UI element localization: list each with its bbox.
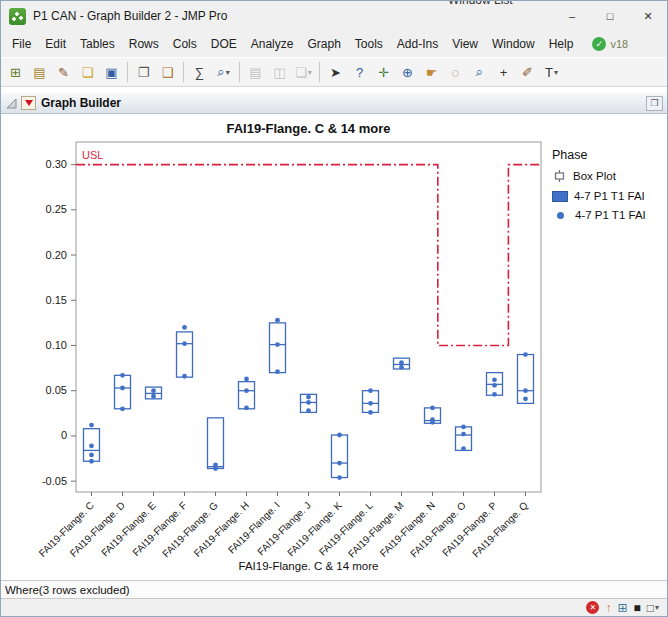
layout-button[interactable]: ◫	[268, 60, 291, 84]
arrow-tool-button[interactable]: ➤	[324, 60, 347, 84]
new-data-table-button[interactable]: ⊞	[4, 60, 27, 84]
menu-item-edit[interactable]: Edit	[38, 34, 73, 54]
menu-item-tools[interactable]: Tools	[348, 34, 390, 54]
dropdown-square-icon[interactable]: □▾	[647, 601, 659, 615]
summary-button[interactable]: ∑	[188, 60, 211, 84]
menu-item-cols[interactable]: Cols	[166, 34, 204, 54]
y-tick-label: 0.15	[46, 294, 67, 306]
y-tick-label: 0.20	[46, 249, 67, 261]
grid-view-icon[interactable]: ⊞	[617, 601, 627, 615]
menu-item-window[interactable]: Window	[485, 34, 542, 54]
data-point[interactable]	[492, 377, 497, 382]
legend-item-phase-box[interactable]: 4-7 P1 T1 FAI	[552, 190, 646, 202]
menu-item-doe[interactable]: DOE	[204, 34, 244, 54]
menu-item-tables[interactable]: Tables	[73, 34, 122, 54]
brush-tool-button[interactable]: ⊕	[396, 60, 419, 84]
zoom-in-tool-button[interactable]: +	[492, 60, 515, 84]
data-point[interactable]	[492, 392, 497, 397]
graph-builder-canvas[interactable]: FAI19-Flange. C & 14 more 0.300.250.200.…	[1, 114, 667, 580]
menu-item-rows[interactable]: Rows	[122, 34, 166, 54]
grabber-tool-button[interactable]: ☛	[420, 60, 443, 84]
close-button[interactable]: ✕	[629, 1, 667, 31]
save-button[interactable]: ▣	[100, 60, 123, 84]
data-point[interactable]	[182, 341, 187, 346]
crosshair-tool-button[interactable]: ✛	[372, 60, 395, 84]
paste-button[interactable]: ❑	[156, 60, 179, 84]
up-arrow-icon[interactable]: ↑	[605, 601, 611, 615]
data-point[interactable]	[120, 373, 125, 378]
data-point[interactable]	[244, 377, 249, 382]
arrow-tool-icon: ➤	[330, 65, 341, 80]
legend-item-phase-points[interactable]: 4-7 P1 T1 FAI	[552, 209, 646, 221]
data-point[interactable]	[399, 360, 404, 365]
data-point[interactable]	[523, 352, 528, 357]
data-point[interactable]	[461, 424, 466, 429]
data-point[interactable]	[120, 406, 125, 411]
data-point[interactable]	[244, 388, 249, 393]
menu-item-view[interactable]: View	[445, 34, 485, 54]
excluded-rows-icon[interactable]: ✕	[586, 601, 599, 614]
data-point[interactable]	[337, 433, 342, 438]
data-point[interactable]	[89, 459, 94, 464]
menu-item-help[interactable]: Help	[542, 34, 581, 54]
data-point[interactable]	[151, 388, 156, 393]
data-point[interactable]	[182, 325, 187, 330]
data-point[interactable]	[368, 401, 373, 406]
search-button[interactable]: ⌕▾	[212, 60, 235, 84]
menu-item-file[interactable]: File	[5, 34, 38, 54]
help-tool-button[interactable]: ?	[348, 60, 371, 84]
data-point[interactable]	[275, 342, 280, 347]
menu-item-add-ins[interactable]: Add-Ins	[390, 34, 445, 54]
data-point[interactable]	[430, 420, 435, 425]
menu-item-graph[interactable]: Graph	[300, 34, 347, 54]
data-point[interactable]	[151, 394, 156, 399]
data-point[interactable]	[275, 318, 280, 323]
lasso-tool-button[interactable]: ◌	[444, 60, 467, 84]
data-point[interactable]	[368, 388, 373, 393]
data-point[interactable]	[213, 466, 218, 471]
journal-page-button[interactable]: ▤	[244, 60, 267, 84]
data-point[interactable]	[89, 443, 94, 448]
data-point[interactable]	[337, 461, 342, 466]
data-point[interactable]	[182, 374, 187, 379]
data-point[interactable]	[368, 410, 373, 415]
legend-item-boxplot[interactable]: Box Plot	[552, 169, 646, 183]
x-tick-label: FAI19-Flange. P	[440, 499, 499, 558]
data-point[interactable]	[89, 423, 94, 428]
data-point[interactable]	[492, 383, 497, 388]
minimize-button[interactable]: –	[553, 1, 591, 31]
data-point[interactable]	[306, 408, 311, 413]
grabber-tool-icon: ☛	[426, 65, 438, 80]
text-tool-button[interactable]: T▾	[540, 60, 563, 84]
report-pin-icon[interactable]: ❐	[646, 96, 663, 111]
window-list-button[interactable]: ❏▾	[292, 60, 315, 84]
menu-item-analyze[interactable]: Analyze	[244, 34, 301, 54]
open-file-button[interactable]: ❏	[76, 60, 99, 84]
data-point[interactable]	[523, 396, 528, 401]
copy-button[interactable]: ❐	[132, 60, 155, 84]
data-point[interactable]	[120, 386, 125, 391]
maximize-button[interactable]: □	[591, 1, 629, 31]
outline-disclosure-icon[interactable]	[5, 97, 18, 110]
data-point[interactable]	[523, 388, 528, 393]
layout-icon: ◫	[273, 65, 285, 80]
data-point[interactable]	[89, 453, 94, 458]
data-point[interactable]	[306, 395, 311, 400]
data-point[interactable]	[461, 446, 466, 451]
edit-script-button[interactable]: ✎	[52, 60, 75, 84]
data-point[interactable]	[306, 400, 311, 405]
data-point[interactable]	[275, 369, 280, 374]
legend: Phase Box Plot 4-7 P1 T1 FAI 4-7 P1 T1 F…	[552, 148, 646, 228]
data-point[interactable]	[430, 405, 435, 410]
data-point[interactable]	[461, 432, 466, 437]
magnifier-tool-button[interactable]: ⌕	[468, 60, 491, 84]
data-point[interactable]	[244, 405, 249, 410]
new-journal-button[interactable]: ▤	[28, 60, 51, 84]
solid-square-icon[interactable]: ■	[633, 601, 640, 615]
annotate-tool-button[interactable]: ✐	[516, 60, 539, 84]
phase-dot-icon	[557, 212, 564, 219]
box-plot-chart[interactable]: 0.300.250.200.150.100.050-0.05FAI19-Flan…	[1, 114, 549, 580]
data-point[interactable]	[337, 475, 342, 480]
red-triangle-menu-button[interactable]	[21, 96, 36, 110]
data-point[interactable]	[399, 365, 404, 370]
